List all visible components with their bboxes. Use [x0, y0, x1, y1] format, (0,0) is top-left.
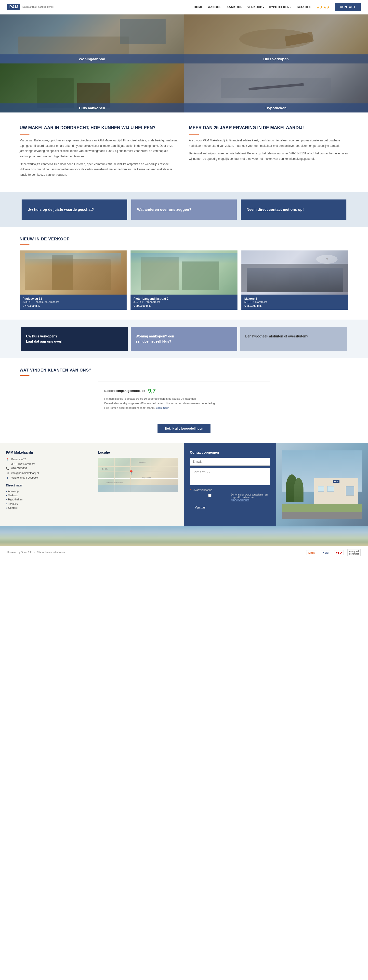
intro-left-p1: Martin van Ballegooie, oprichter en alge…	[20, 138, 179, 159]
listings-title: NIEUW IN DE VERKOOP	[20, 237, 348, 241]
contact-form: * Privacyverklaring Dit formulier wordt …	[190, 458, 270, 511]
intro-right-title: MEER DAN 25 JAAR ERVARING IN DE MAKELAAR…	[189, 125, 348, 131]
contact-message-input[interactable]	[190, 468, 270, 485]
listings-section: NIEUW IN DE VERKOOP Paulusweg 63 3341 CT…	[0, 227, 368, 320]
cta2-card3[interactable]: Een hypotheek afsluiten of oversluiten?	[240, 327, 347, 351]
listing-city-1: 3341 CT Hendrik-Ido-Ambacht	[22, 301, 124, 303]
intro-left-divider	[20, 134, 29, 135]
privacy-row-text: Dit formulier wordt opgeslagen en ik ga …	[231, 493, 270, 501]
cta1-card3-text: Neem direct contact met ons op!	[246, 207, 304, 212]
cta1-card2[interactable]: Wat anderen over ons zeggen?	[131, 199, 237, 220]
contact-submit-btn[interactable]: Verstuur	[190, 504, 211, 511]
intro-left-p2: Onze werkwijze kenmerkt zich door goed l…	[20, 162, 179, 178]
map-pin: 📍	[128, 470, 134, 475]
footer-link-hypotheken[interactable]: Hypotheken	[6, 498, 86, 502]
logo-nvm: NVM	[321, 550, 330, 555]
cta2-card1-line2: Laat dat aan ons over!	[26, 339, 123, 344]
footer-facebook[interactable]: Volg ons op Facebook	[11, 476, 38, 479]
reviews-btn[interactable]: Bekijk alle beoordelingen	[157, 424, 211, 433]
listing-city-2: 3351 GP Papendrecht	[133, 301, 235, 303]
footer-address2: 3319 HW Dordrecht	[11, 463, 35, 465]
listing-address-2: Pieter Langendijkstraat 2	[133, 297, 235, 301]
intro-right-p2: Benieuwd wat wij nog meer in huis hebben…	[189, 151, 348, 162]
privacy-star: *	[190, 488, 191, 492]
listing-price-3: € 865.000 k.k.	[244, 304, 346, 307]
cta2-card2-line2: een doe het zelf klus?	[136, 339, 233, 344]
footer-email[interactable]: info@pammakelaarij.nl	[11, 471, 39, 474]
hero-item-4[interactable]: Hypotheken	[184, 64, 368, 113]
phone-icon: 📞	[6, 467, 9, 470]
footer-copyright: Powered by Goes & Roos. Alle rechten voo…	[7, 551, 67, 554]
cta2-card2-line1: Woning aankopen? een	[136, 334, 233, 339]
footer-link-aankoop[interactable]: Aankoop	[6, 489, 86, 493]
footer-top: PAM Makelaardij 📍 Prunushof 2 3319 HW Do…	[0, 443, 368, 527]
review-link[interactable]: Lees meer	[156, 406, 168, 409]
cta1-card3[interactable]: Neem direct contact met ons op!	[241, 199, 346, 220]
nav-aanbod[interactable]: AANBOD	[208, 5, 222, 9]
footer-phone[interactable]: 078-6543131	[11, 467, 27, 470]
scenic-strip	[0, 527, 368, 546]
cta1-card1[interactable]: Uw huis op de juiste waarde geschat?	[22, 199, 127, 220]
nav-verkoop[interactable]: VERKOOP	[247, 5, 264, 9]
nav-hypotheken[interactable]: HYPOTHEKEN	[269, 5, 291, 9]
logo-funda: funda	[306, 550, 317, 555]
footer-link-contact[interactable]: Contact	[6, 506, 86, 510]
footer-col-image: PAM	[276, 443, 368, 527]
hero-item-3[interactable]: Huis aankopen	[0, 64, 184, 113]
footer-col-location: Locatie Dordrecht De Dil... Zwijndrecht …	[92, 443, 184, 527]
review-text2: De makelaar nodigt ongeveer 67% van de k…	[104, 401, 264, 406]
listing-card-3[interactable]: ⬡ Makore 8 5315 TX Dordrecht € 865.000 k…	[242, 250, 348, 310]
nav-home[interactable]: HOME	[194, 5, 203, 9]
reviews-section: WAT VINDEN KLANTEN VAN ONS? Beoordelinge…	[0, 358, 368, 443]
cta2-card1[interactable]: Uw huis verkopen? Laat dat aan ons over!	[21, 327, 128, 351]
footer-links: Aankoop Verkoop Hypotheken Taxaties Cont…	[6, 489, 86, 510]
contact-button[interactable]: CONTACT	[335, 3, 361, 11]
hero-label-4: Hypotheken	[184, 103, 368, 113]
footer-address1-row: 📍 Prunushof 2	[6, 458, 86, 461]
listing-info-2: Pieter Langendijkstraat 2 3351 GP Papend…	[131, 294, 237, 310]
review-text3: Hoe komen deze beoordelingen tot stand? …	[104, 406, 264, 410]
footer: PAM Makelaardij 📍 Prunushof 2 3319 HW Do…	[0, 443, 368, 559]
header: PAM Makelaardij & Financieel advies HOME…	[0, 0, 368, 14]
hero-item-1[interactable]: Woningaanbod	[0, 14, 184, 64]
nav-aankoop[interactable]: AANKOOP	[226, 5, 242, 9]
email-icon: ✉	[6, 471, 9, 475]
nav-taxaties[interactable]: TAXATIES	[296, 5, 312, 9]
location-icon: 📍	[6, 458, 9, 461]
contact-email-input[interactable]	[190, 458, 270, 466]
hero-item-2[interactable]: Huis verkopen	[184, 14, 368, 64]
privacy-row: Dit formulier wordt opgeslagen en ik ga …	[190, 493, 270, 501]
listing-card-1[interactable]: Paulusweg 63 3341 CT Hendrik-Ido-Ambacht…	[20, 250, 126, 310]
footer-facebook-row: f Volg ons op Facebook	[6, 476, 86, 480]
intro-right: MEER DAN 25 JAAR ERVARING IN DE MAKELAAR…	[189, 125, 348, 180]
map-container[interactable]: Dordrecht De Dil... Zwijndrecht Zwijndre…	[98, 458, 178, 492]
privacy-text: Privacyverklaring	[192, 488, 212, 492]
cta2-card2[interactable]: Woning aankopen? een een doe het zelf kl…	[131, 327, 237, 351]
footer-logos: funda NVM VBO vastgoedcertimaat	[306, 549, 361, 556]
cta2-card1-line1: Uw huis verkopen?	[26, 334, 123, 339]
logo-subtitle: Makelaardij & Financieel advies	[22, 6, 53, 9]
cta1-card2-text: Wat anderen over ons zeggen?	[137, 207, 191, 212]
footer-address1: Prunushof 2	[11, 458, 26, 461]
cta2-section: Uw huis verkopen? Laat dat aan ons over!…	[0, 320, 368, 358]
nav: HOME AANBOD AANKOOP VERKOOP HYPOTHEKEN T…	[194, 3, 361, 11]
footer-location-title: Locatie	[98, 450, 178, 454]
hero-label-1: Woningaanbod	[0, 54, 184, 64]
intro-section: UW MAKELAAR IN DORDRECHT, HOE KUNNEN WIJ…	[0, 113, 368, 192]
listing-price-1: € 470.000 k.k.	[22, 304, 124, 307]
review-text1: Het gemiddelde is gebaseerd op 10 beoord…	[104, 396, 264, 401]
intro-left: UW MAKELAAR IN DORDRECHT, HOE KUNNEN WIJ…	[20, 125, 179, 180]
facebook-icon: f	[6, 476, 9, 480]
privacy-checkbox[interactable]	[190, 494, 230, 497]
review-box: Beoordelingen gemiddelde 9,7 Het gemidde…	[98, 382, 270, 416]
logo[interactable]: PAM	[7, 4, 20, 10]
logo-area: PAM Makelaardij & Financieel advies	[7, 4, 53, 10]
footer-link-verkoop[interactable]: Verkoop	[6, 493, 86, 498]
listing-city-3: 5315 TX Dordrecht	[244, 301, 346, 303]
footer-links-title: Direct naar	[6, 484, 86, 487]
footer-link-taxaties[interactable]: Taxaties	[6, 502, 86, 506]
cta1-card1-text: Uw huis op de juiste waarde geschat?	[27, 207, 94, 212]
cta1-section: Uw huis op de juiste waarde geschat? Wat…	[0, 192, 368, 227]
privacy-link[interactable]: privacyverklaring	[231, 499, 250, 501]
listing-card-2[interactable]: Pieter Langendijkstraat 2 3351 GP Papend…	[131, 250, 237, 310]
